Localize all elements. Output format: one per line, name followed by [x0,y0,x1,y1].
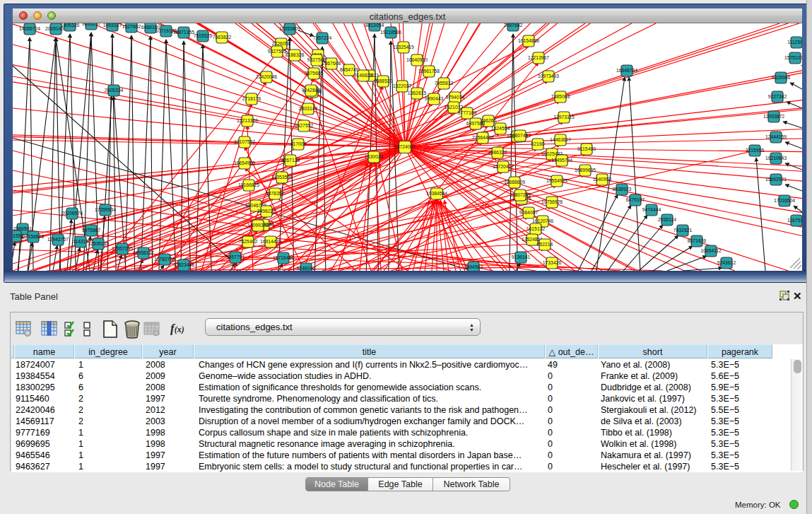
svg-text:2087682: 2087682 [504,23,523,28]
svg-text:1733426: 1733426 [543,260,562,265]
svg-text:10756928: 10756928 [541,199,563,204]
svg-text:114319: 114319 [73,239,88,244]
svg-text:1093327: 1093327 [103,23,122,28]
svg-text:12942757: 12942757 [47,237,69,242]
svg-text:16871355: 16871355 [173,30,194,35]
svg-text:10654112: 10654112 [700,248,722,253]
svg-text:1588520: 1588520 [374,78,393,83]
svg-text:16640910: 16640910 [406,57,428,62]
svg-text:16961758: 16961758 [418,69,440,74]
svg-text:14099348: 14099348 [247,223,269,228]
svg-text:417006: 417006 [290,141,307,146]
svg-text:19384554: 19384554 [426,191,447,196]
svg-text:16120746: 16120746 [532,218,553,223]
svg-text:8813054: 8813054 [365,23,384,28]
svg-text:252214: 252214 [537,242,553,247]
svg-text:9329966: 9329966 [772,75,791,80]
svg-text:15751074: 15751074 [784,55,802,60]
svg-text:12156828: 12156828 [23,234,44,239]
svg-text:14463627: 14463627 [550,137,571,142]
svg-text:1167539: 1167539 [787,218,802,223]
svg-text:2718176: 2718176 [242,96,261,101]
svg-text:7625402: 7625402 [239,239,258,244]
svg-text:18807249: 18807249 [510,192,531,197]
svg-text:16154838: 16154838 [518,38,539,43]
svg-text:9084067: 9084067 [519,210,539,215]
svg-text:9777169: 9777169 [458,110,477,115]
svg-text:10688609: 10688609 [504,180,525,185]
svg-text:9243612: 9243612 [717,260,736,265]
svg-text:1624554: 1624554 [491,126,510,131]
svg-text:9653237: 9653237 [82,23,101,26]
svg-text:10958107: 10958107 [133,250,154,255]
svg-text:10107552: 10107552 [234,139,255,144]
svg-text:16782759: 16782759 [154,257,175,262]
svg-text:1605326: 1605326 [61,23,80,28]
svg-text:8454749: 8454749 [340,67,359,72]
svg-text:15716485: 15716485 [273,255,294,260]
svg-text:22420046: 22420046 [256,74,277,79]
svg-text:3498222: 3498222 [257,209,276,214]
svg-text:12823448: 12823448 [173,262,194,267]
svg-text:1322037: 1322037 [393,83,412,88]
svg-text:62160: 62160 [531,141,545,146]
svg-text:8267130: 8267130 [281,158,300,163]
svg-text:7357224: 7357224 [313,35,332,40]
svg-text:2803144: 2803144 [299,106,318,111]
svg-text:7955812: 7955812 [435,81,454,86]
svg-text:15692921: 15692921 [765,177,787,182]
svg-text:15720407: 15720407 [493,164,514,169]
svg-text:1615132: 1615132 [526,226,546,231]
svg-text:19554923: 19554923 [546,178,567,183]
svg-text:6479197: 6479197 [626,197,645,202]
svg-text:21564436: 21564436 [472,135,493,140]
svg-text:12093872: 12093872 [763,114,784,119]
svg-text:17957255: 17957255 [112,246,133,251]
svg-text:8186328: 8186328 [286,52,305,57]
svg-text:8427552: 8427552 [295,123,314,128]
svg-text:6497568: 6497568 [466,121,486,126]
svg-text:9694563: 9694563 [464,264,483,269]
svg-text:9227342: 9227342 [768,94,787,99]
svg-text:13495794: 13495794 [551,158,572,163]
svg-text:9327505: 9327505 [268,49,287,54]
svg-text:16053809: 16053809 [279,26,300,31]
svg-text:1362615: 1362615 [408,90,427,95]
svg-text:19166825: 19166825 [238,182,259,187]
svg-text:11325419: 11325419 [393,45,414,49]
svg-text:10899695: 10899695 [575,168,596,173]
svg-text:9246042: 9246042 [297,266,316,271]
svg-text:1530024: 1530024 [365,154,384,159]
svg-text:1112503: 1112503 [787,40,802,45]
svg-text:12505135: 12505135 [88,241,109,246]
svg-text:9457791: 9457791 [226,255,245,259]
svg-text:16210643: 16210643 [765,156,787,160]
svg-text:3875685: 3875685 [305,71,324,76]
svg-text:17016504: 17016504 [774,198,795,203]
svg-text:2805334: 2805334 [105,88,124,93]
svg-text:10807487: 10807487 [510,133,531,138]
svg-text:12444159: 12444159 [765,134,787,139]
svg-text:9975867: 9975867 [82,228,101,233]
svg-text:20206576: 20206576 [61,211,83,216]
svg-text:7663822: 7663822 [213,35,232,40]
svg-text:12213967: 12213967 [528,55,549,60]
svg-text:9474444: 9474444 [642,207,661,212]
svg-text:9136141: 9136141 [512,255,531,259]
svg-text:16648784: 16648784 [616,68,637,73]
svg-text:9794074: 9794074 [446,95,465,100]
svg-text:3215955: 3215955 [746,148,765,153]
svg-text:1527602: 1527602 [122,24,141,29]
svg-text:9115460: 9115460 [577,146,596,151]
svg-text:17359934: 17359934 [95,207,116,212]
svg-text:2935114: 2935114 [658,217,676,222]
svg-text:2367608: 2367608 [322,61,341,66]
svg-text:7485063: 7485063 [551,94,570,99]
svg-text:18724007: 18724007 [394,144,416,149]
svg-text:12213369: 12213369 [237,118,258,123]
svg-text:7632621: 7632621 [673,228,693,233]
svg-text:16914479: 16914479 [260,239,281,244]
svg-text:9146823: 9146823 [354,73,373,78]
svg-text:5878352: 5878352 [266,191,285,196]
svg-text:10973493: 10973493 [538,74,559,78]
